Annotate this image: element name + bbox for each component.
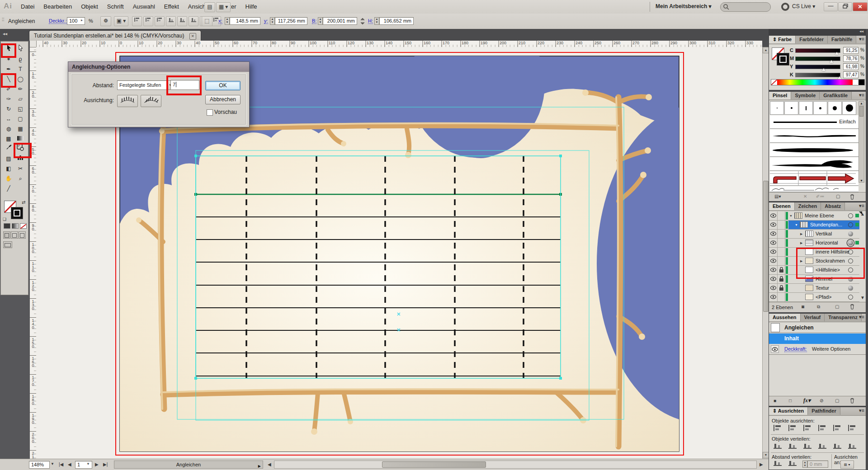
symbol-sprayer-tool-icon[interactable]: ▨ bbox=[3, 154, 14, 164]
dock-collapse-icon[interactable]: ◂◂ bbox=[769, 29, 866, 35]
space-v-icon[interactable] bbox=[773, 460, 783, 468]
visibility-cell[interactable] bbox=[769, 257, 778, 265]
orient-vertical-button[interactable] bbox=[117, 95, 138, 107]
last-page-icon[interactable]: ▶| bbox=[103, 462, 108, 467]
vertical-ruler[interactable]: 0102030405060708090100110120130140150160… bbox=[30, 47, 37, 459]
plain-brush[interactable]: Einfach bbox=[770, 115, 859, 129]
brush-scrollbar[interactable]: ▲▼ bbox=[859, 101, 864, 183]
calligraphic-brush[interactable] bbox=[842, 101, 856, 115]
align-left-icon[interactable] bbox=[773, 424, 783, 432]
visibility-cell[interactable] bbox=[769, 266, 778, 274]
new-layer-icon[interactable]: ▢ bbox=[835, 304, 839, 309]
vertical-scroll-thumb[interactable] bbox=[763, 181, 769, 312]
add-effect-icon[interactable]: fx▾ bbox=[803, 397, 811, 404]
panel-menu-icon[interactable]: ▾≡ bbox=[859, 408, 864, 414]
new-sublayer-icon[interactable]: ⧉ bbox=[817, 304, 820, 310]
dist-bottom-icon[interactable] bbox=[802, 442, 813, 451]
opacity-field[interactable]: 100▸ bbox=[67, 17, 85, 25]
expander-open-icon[interactable]: ▼ bbox=[795, 223, 798, 226]
height-field[interactable]: 106,652 mm bbox=[379, 17, 414, 25]
scroll-up-icon[interactable]: ▲ bbox=[859, 102, 864, 105]
new-fill-icon[interactable]: □ bbox=[789, 398, 792, 403]
slider-k[interactable] bbox=[795, 73, 840, 77]
tapered-brush[interactable] bbox=[770, 143, 859, 157]
layer-row[interactable]: <Pfad> bbox=[769, 293, 859, 302]
slice-tool-icon[interactable]: ✂ bbox=[14, 164, 26, 174]
screen-mode-icon[interactable] bbox=[3, 241, 12, 248]
visibility-cell[interactable] bbox=[769, 284, 778, 292]
remove-brushstroke-icon[interactable]: ✕ bbox=[803, 194, 807, 199]
calligraphic-brush[interactable] bbox=[828, 101, 842, 115]
link-dimensions-icon[interactable] bbox=[359, 17, 366, 25]
expander-closed-icon[interactable]: ▶ bbox=[800, 232, 802, 236]
lock-cell[interactable] bbox=[778, 212, 785, 220]
lock-cell[interactable] bbox=[778, 293, 785, 301]
lock-cell[interactable] bbox=[778, 239, 785, 247]
tab-aussehen[interactable]: Aussehen bbox=[769, 314, 801, 321]
zoom-level-field[interactable]: 148% bbox=[29, 461, 50, 469]
default-fill-stroke-icon[interactable]: ❏ bbox=[3, 217, 6, 221]
layer-row-body[interactable]: <Pfad> bbox=[788, 293, 859, 301]
layer-target-icon[interactable] bbox=[848, 213, 853, 218]
menu-datei[interactable]: Datei bbox=[16, 0, 39, 10]
spacing-spinner[interactable]: ▲▼ bbox=[802, 461, 807, 468]
hscroll-left-icon[interactable]: ◀ bbox=[268, 462, 271, 467]
expander-open-icon[interactable]: ▼ bbox=[789, 214, 793, 217]
tab-ausrichten[interactable]: ⇕ Ausrichten bbox=[769, 407, 808, 415]
layer-target-icon[interactable] bbox=[848, 231, 853, 236]
cs-live-menu[interactable]: CS Live ▾ bbox=[792, 3, 815, 9]
clear-appearance-icon[interactable]: ⊘ bbox=[820, 398, 823, 403]
layer-row-body[interactable]: ▶Vertikal bbox=[788, 230, 859, 238]
cancel-button[interactable]: Abbrechen bbox=[205, 95, 241, 104]
scroll-thumb[interactable] bbox=[859, 106, 863, 117]
collapse-tabs-icon[interactable]: ◂◂ bbox=[3, 31, 7, 36]
scroll-down-icon[interactable]: ▼ bbox=[859, 179, 864, 182]
tab-ebenen[interactable]: Ebenen bbox=[769, 202, 795, 210]
lock-cell[interactable] bbox=[778, 284, 785, 292]
align-vcenter-icon[interactable] bbox=[832, 424, 843, 432]
workspace-switcher[interactable]: Mein Arbeitsbereich ▾ bbox=[656, 3, 712, 9]
restore-button[interactable] bbox=[838, 2, 852, 11]
arrow-pattern-brush[interactable] bbox=[770, 171, 859, 186]
expander-closed-icon[interactable]: ▶ bbox=[800, 241, 802, 245]
value-c[interactable]: 91,25 bbox=[843, 47, 859, 54]
brushstroke-options-icon[interactable]: ✐≔ bbox=[816, 194, 824, 199]
y-spinner[interactable]: ▲▼ bbox=[270, 17, 275, 25]
layer-name[interactable]: Vertikal bbox=[816, 231, 832, 236]
layer-row-body[interactable]: ▼Stundenplan... bbox=[788, 221, 859, 229]
ink-swash-brush[interactable] bbox=[770, 157, 859, 171]
close-tab-icon[interactable]: ✕ bbox=[189, 33, 196, 40]
next-page-icon[interactable]: ▶ bbox=[95, 462, 99, 467]
page-number-field[interactable]: 1▼ bbox=[75, 461, 92, 469]
dist-vcenter-icon[interactable] bbox=[788, 442, 798, 451]
layer-target-icon[interactable] bbox=[848, 222, 853, 227]
visibility-cell[interactable] bbox=[769, 275, 778, 283]
panel-menu-icon[interactable]: ▾≡ bbox=[859, 36, 864, 42]
scroll-up-icon[interactable]: ▲ bbox=[763, 47, 769, 53]
width-field[interactable]: 200,001 mm bbox=[323, 17, 357, 25]
panel-menu-icon[interactable]: ▾≡ bbox=[859, 203, 864, 209]
layer-thumbnail[interactable] bbox=[805, 294, 813, 300]
type-tool-icon[interactable]: T bbox=[14, 64, 26, 74]
dist-hcenter-icon[interactable] bbox=[832, 442, 843, 451]
align-bottom-icon[interactable] bbox=[847, 424, 858, 432]
duplicate-item-icon[interactable]: ▢ bbox=[835, 398, 839, 403]
prev-page-icon[interactable]: ◀ bbox=[68, 462, 71, 467]
appearance-row-inhalt[interactable]: Inhalt bbox=[769, 334, 866, 344]
tab-symbole[interactable]: Symbole bbox=[791, 92, 820, 99]
tab-farbe[interactable]: ⇕ Farbe bbox=[769, 36, 796, 43]
knife-tool-icon[interactable]: ╱ bbox=[3, 183, 14, 193]
search-input[interactable] bbox=[720, 2, 771, 12]
minimize-button[interactable]: — bbox=[824, 2, 838, 11]
clipping-mask-icon[interactable]: ◙ bbox=[802, 304, 804, 309]
align-hcenter-icon[interactable] bbox=[788, 424, 798, 432]
dist-right-icon[interactable] bbox=[847, 442, 858, 451]
value-y[interactable]: 61,98 bbox=[843, 63, 859, 70]
layer-row[interactable]: Textur bbox=[769, 284, 859, 293]
menu-effekt[interactable]: Effekt bbox=[160, 0, 184, 10]
x-link[interactable]: x: bbox=[218, 18, 222, 24]
selection-color-square[interactable] bbox=[855, 223, 859, 226]
y-field[interactable]: 117,256 mm bbox=[275, 17, 307, 25]
tab-pinsel[interactable]: Pinsel bbox=[769, 92, 791, 99]
lock-cell[interactable] bbox=[778, 275, 785, 283]
